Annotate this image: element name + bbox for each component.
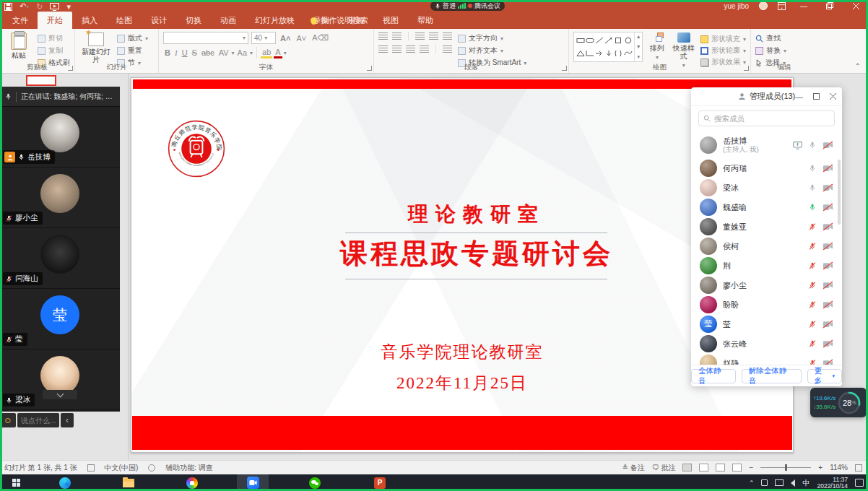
undo-icon[interactable]: ↶▾ (19, 1, 29, 12)
member-row[interactable]: 何丙瑞 (691, 158, 842, 178)
panel-maximize-button[interactable] (813, 93, 820, 100)
ribbon-tab[interactable]: 开始 (38, 12, 72, 29)
highlight-color-button[interactable]: ab (261, 48, 272, 58)
ime-indicator[interactable]: 中 (802, 478, 810, 488)
taskbar-clock[interactable]: 11:372022/10/14 (817, 477, 848, 490)
new-slide-button[interactable]: 新建幻灯片 (79, 32, 113, 64)
collapse-tile-chevron[interactable] (43, 390, 77, 399)
minimize-button[interactable]: — (796, 1, 812, 12)
taskbar-explorer[interactable] (113, 474, 144, 491)
panel-footer-button[interactable]: 更多▾ (807, 369, 842, 383)
camera-icon[interactable] (823, 203, 833, 212)
network-tray-icon[interactable] (775, 479, 784, 486)
italic-button[interactable]: I (173, 48, 179, 57)
paste-button[interactable]: 粘贴 (4, 32, 33, 64)
arrange-button[interactable]: 排列▾ (647, 32, 667, 61)
mic-icon[interactable] (809, 339, 816, 348)
member-list-scrollbar[interactable] (838, 160, 841, 225)
shapes-scroll[interactable]: ▲▼▾ (634, 32, 642, 61)
taskbar-wechat[interactable] (299, 474, 331, 491)
mic-icon[interactable] (809, 242, 816, 251)
text-shadow-button[interactable]: abc (200, 48, 216, 57)
redo-icon[interactable]: ↻ (36, 2, 43, 11)
close-button[interactable] (848, 1, 864, 12)
camera-icon[interactable] (823, 281, 833, 290)
comments-button[interactable]: 🗨 批注 (652, 463, 676, 473)
camera-icon[interactable] (823, 242, 833, 251)
zoom-out-button[interactable]: − (749, 464, 753, 472)
video-tile[interactable]: 莹 莹 (0, 289, 120, 349)
ribbon-tab[interactable]: 绘图 (107, 12, 142, 29)
ribbon-display-options-icon[interactable] (778, 2, 786, 10)
bold-button[interactable]: B (163, 48, 172, 57)
ribbon-tab[interactable]: 帮助 (408, 12, 443, 29)
member-row[interactable]: 侯柯 (691, 236, 842, 256)
member-row[interactable]: 莹 莹 (691, 314, 842, 334)
camera-icon[interactable] (823, 359, 833, 365)
font-name-combo[interactable]: ▾ (163, 32, 248, 44)
start-slideshow-icon[interactable] (50, 3, 59, 11)
chat-input[interactable] (17, 413, 59, 427)
member-row[interactable]: 荆 (691, 256, 842, 275)
text-direction-button[interactable]: 文字方向▾ (458, 33, 526, 43)
customize-quick-access-icon[interactable]: ▾ (66, 2, 71, 11)
mic-icon[interactable] (809, 320, 816, 329)
character-spacing-button[interactable]: AV (217, 48, 230, 57)
member-row[interactable]: 梁冰 (691, 178, 842, 197)
mic-icon[interactable] (809, 300, 816, 309)
ribbon-tab[interactable]: 视图 (373, 12, 408, 29)
spellcheck-icon[interactable] (87, 464, 95, 472)
tell-me-search[interactable]: 操作说明搜索 (302, 12, 377, 29)
layout-button[interactable]: 版式▾ (117, 33, 148, 43)
align-left-icon[interactable] (378, 45, 388, 53)
member-row[interactable]: 赵静 (691, 353, 842, 365)
video-tile[interactable]: 梁冰 (0, 349, 120, 410)
shape-outline-button[interactable]: 形状轮廓▾ (700, 45, 746, 56)
font-size-combo[interactable]: 40▾ (251, 32, 276, 44)
member-row[interactable]: 董姝亚 (691, 217, 842, 236)
camera-icon[interactable] (823, 164, 833, 173)
slide-sorter-view-button[interactable] (699, 464, 708, 472)
taskbar-photos[interactable] (176, 474, 208, 491)
member-row[interactable]: 岳技博 (主持人, 我) (691, 132, 842, 158)
language-label[interactable]: 中文(中国) (105, 463, 139, 473)
cut-button[interactable]: 剪切 (38, 33, 70, 43)
camera-icon[interactable] (823, 222, 833, 231)
camera-icon[interactable] (823, 261, 833, 270)
clear-format-icon[interactable]: A⌫ (311, 33, 330, 43)
video-tile[interactable]: 廖小尘 (0, 168, 120, 228)
save-icon[interactable] (4, 3, 12, 11)
member-row[interactable]: 张云峰 (691, 334, 842, 353)
member-search-input[interactable] (714, 114, 830, 123)
camera-icon[interactable] (823, 183, 833, 192)
ribbon-tab[interactable]: 设计 (142, 12, 176, 29)
copy-button[interactable]: 复制 (38, 45, 70, 56)
align-text-button[interactable]: 对齐文本▾ (458, 45, 526, 56)
change-case-button[interactable]: Aa (236, 48, 248, 57)
slide-thumbnail-sliver[interactable] (26, 75, 56, 86)
collapse-chat-button[interactable]: ‹ (61, 413, 74, 427)
increase-indent-icon[interactable] (429, 32, 438, 40)
volume-tray-icon[interactable] (791, 479, 795, 487)
drawing-dialog-launcher[interactable] (744, 66, 749, 71)
action-center-icon[interactable] (855, 479, 864, 487)
bullets-icon[interactable] (378, 32, 388, 40)
account-name[interactable]: yue jibo (724, 2, 749, 10)
mic-icon[interactable] (809, 261, 816, 270)
member-row[interactable]: 魏盛瑜 (691, 197, 842, 217)
tray-expand-icon[interactable]: ⌃ (749, 479, 755, 487)
find-button[interactable]: 查找 (755, 33, 813, 43)
ribbon-tab[interactable]: 动画 (211, 12, 246, 29)
zoom-slider[interactable] (760, 467, 811, 468)
pane-divider[interactable] (128, 74, 129, 460)
panel-minimize-button[interactable]: — (795, 92, 803, 101)
fit-to-window-icon[interactable] (855, 464, 862, 472)
mic-icon[interactable] (809, 183, 816, 192)
numbering-icon[interactable] (392, 32, 402, 40)
ribbon-tab[interactable]: 幻灯片放映 (246, 12, 304, 29)
video-tile[interactable]: 闫海山 (0, 228, 120, 289)
font-dialog-launcher[interactable] (367, 66, 372, 71)
line-spacing-icon[interactable] (443, 32, 452, 40)
reading-view-button[interactable] (716, 464, 725, 472)
usb-tray-icon[interactable] (761, 479, 768, 486)
